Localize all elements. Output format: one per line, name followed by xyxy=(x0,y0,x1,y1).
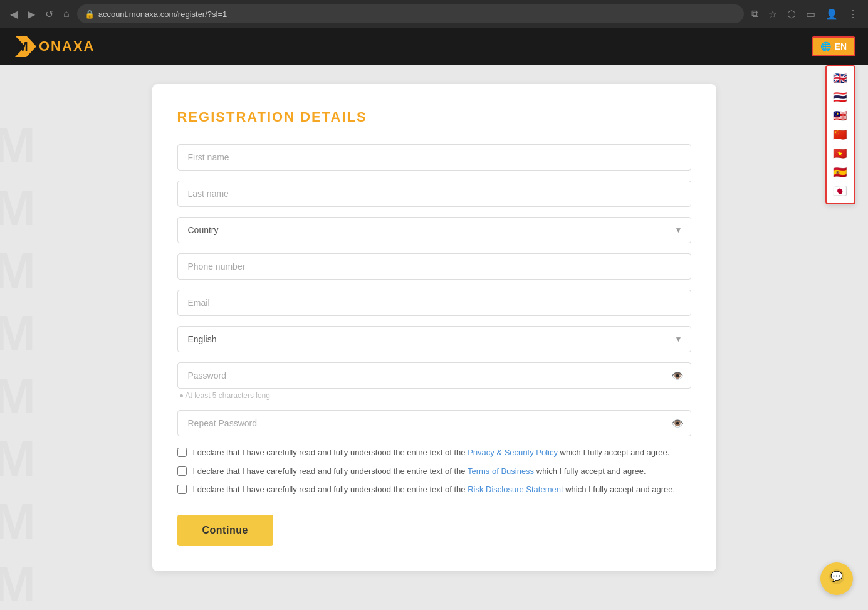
profile-icon[interactable]: 👤 xyxy=(823,6,840,23)
hint-dot xyxy=(180,394,183,397)
svg-text:M: M xyxy=(0,493,36,549)
background-decoration: M M M M M M M M xyxy=(0,65,107,610)
language-select-wrapper: English Thai Chinese ▼ xyxy=(177,326,691,352)
svg-text:M: M xyxy=(0,243,36,298)
terms-of-business-checkbox-group: I declare that I have carefully read and… xyxy=(177,465,691,478)
terms-of-business-label: I declare that I have carefully read and… xyxy=(193,465,646,478)
privacy-policy-label: I declare that I have carefully read and… xyxy=(193,446,670,459)
eye-slash-icon: 👁️ xyxy=(671,371,684,381)
country-select[interactable]: Country United States United Kingdom Tha… xyxy=(177,217,691,243)
password-wrapper: 👁️ xyxy=(177,362,691,389)
password-field: 👁️ At least 5 characters long xyxy=(177,362,691,400)
language-select[interactable]: English Thai Chinese xyxy=(177,326,691,352)
logo-text: ONAXA xyxy=(39,38,95,55)
country-field: Country United States United Kingdom Tha… xyxy=(177,217,691,243)
flag-vn: 🇻🇳 xyxy=(833,148,847,159)
extensions-icon[interactable]: ⬡ xyxy=(785,6,798,23)
risk-disclosure-label: I declare that I have carefully read and… xyxy=(193,483,676,496)
terms-of-business-link[interactable]: Terms of Business xyxy=(468,466,534,476)
browser-action-icons: ⧉ ☆ ⬡ ▭ 👤 ⋮ xyxy=(749,6,860,23)
repeat-password-input[interactable] xyxy=(177,410,691,436)
svg-text:M: M xyxy=(0,117,36,173)
svg-text:💬: 💬 xyxy=(830,571,843,582)
privacy-policy-checkbox-group: I declare that I have carefully read and… xyxy=(177,446,691,459)
phone-input[interactable] xyxy=(177,253,691,280)
language-dropdown: 🇬🇧 🇹🇭 🇲🇾 🇨🇳 🇻🇳 🇪🇸 🇯🇵 xyxy=(825,65,855,204)
last-name-field xyxy=(177,181,691,207)
menu-icon[interactable]: ⋮ xyxy=(845,6,860,23)
phone-field xyxy=(177,253,691,280)
main-content: M M M M M M M M REGISTRATION DETAILS Cou… xyxy=(0,65,868,610)
back-button[interactable]: ◀ xyxy=(8,6,20,23)
lang-label: EN xyxy=(835,41,847,51)
country-select-wrapper: Country United States United Kingdom Tha… xyxy=(177,217,691,243)
lang-option-en[interactable]: 🇬🇧 xyxy=(827,69,854,88)
eye-slash-icon-2: 👁️ xyxy=(671,418,684,429)
email-field xyxy=(177,290,691,316)
lang-option-vi[interactable]: 🇻🇳 xyxy=(827,144,854,163)
svg-text:M: M xyxy=(0,556,36,611)
privacy-policy-link[interactable]: Privacy & Security Policy xyxy=(468,448,558,457)
lang-option-es[interactable]: 🇪🇸 xyxy=(827,163,854,182)
registration-card: REGISTRATION DETAILS Country United Stat… xyxy=(152,84,716,571)
first-name-input[interactable] xyxy=(177,144,691,171)
forward-button[interactable]: ▶ xyxy=(25,6,38,23)
lang-option-ja[interactable]: 🇯🇵 xyxy=(827,182,854,201)
bookmark-icon[interactable]: ☆ xyxy=(766,6,780,23)
svg-text:M: M xyxy=(0,368,36,424)
lang-option-ms[interactable]: 🇲🇾 xyxy=(827,107,854,125)
logo[interactable]: M ONAXA xyxy=(13,36,95,57)
globe-icon: 🌐 xyxy=(820,41,831,51)
lang-option-zh[interactable]: 🇨🇳 xyxy=(827,125,854,144)
flag-jp: 🇯🇵 xyxy=(833,186,847,197)
flag-es: 🇪🇸 xyxy=(833,167,847,178)
flag-gb: 🇬🇧 xyxy=(833,73,847,84)
registration-title: REGISTRATION DETAILS xyxy=(177,109,691,125)
password-toggle-button[interactable]: 👁️ xyxy=(671,370,684,382)
last-name-input[interactable] xyxy=(177,181,691,207)
risk-disclosure-checkbox-group: I declare that I have carefully read and… xyxy=(177,483,691,496)
password-hint: At least 5 characters long xyxy=(177,391,691,400)
hint-text: At least 5 characters long xyxy=(186,391,270,400)
app-header: M ONAXA 🌐 EN 🇬🇧 🇹🇭 🇲🇾 🇨🇳 🇻🇳 🇪🇸 � xyxy=(0,28,868,65)
reload-button[interactable]: ↺ xyxy=(43,6,56,23)
first-name-field xyxy=(177,144,691,171)
risk-disclosure-checkbox[interactable] xyxy=(177,485,187,494)
repeat-password-toggle-button[interactable]: 👁️ xyxy=(671,418,684,429)
translate-icon[interactable]: ⧉ xyxy=(749,6,761,22)
svg-text:M: M xyxy=(0,431,36,486)
language-field: English Thai Chinese ▼ xyxy=(177,326,691,352)
email-input[interactable] xyxy=(177,290,691,316)
logo-icon: M xyxy=(13,36,36,57)
svg-text:M: M xyxy=(0,180,36,236)
terms-of-business-checkbox[interactable] xyxy=(177,466,187,476)
repeat-password-field: 👁️ xyxy=(177,410,691,436)
continue-button[interactable]: Continue xyxy=(177,515,273,546)
svg-text:M: M xyxy=(18,39,28,53)
flag-my: 🇲🇾 xyxy=(833,110,847,122)
url-text: account.monaxa.com/register/?sl=1 xyxy=(98,9,227,19)
privacy-policy-checkbox[interactable] xyxy=(177,448,187,457)
flag-cn: 🇨🇳 xyxy=(833,129,847,140)
address-bar[interactable]: 🔒 account.monaxa.com/register/?sl=1 xyxy=(77,4,744,23)
svg-text:M: M xyxy=(0,305,36,361)
flag-th: 🇹🇭 xyxy=(833,92,847,103)
language-button[interactable]: 🌐 EN xyxy=(812,36,855,56)
browser-chrome: ◀ ▶ ↺ ⌂ 🔒 account.monaxa.com/register/?s… xyxy=(0,0,868,28)
password-input[interactable] xyxy=(177,362,691,389)
site-security-icon: 🔒 xyxy=(85,9,95,19)
chat-icon: 💬 xyxy=(829,569,845,589)
chat-fab-button[interactable]: 💬 xyxy=(820,562,853,595)
lang-option-th[interactable]: 🇹🇭 xyxy=(827,88,854,107)
repeat-password-wrapper: 👁️ xyxy=(177,410,691,436)
home-button[interactable]: ⌂ xyxy=(61,6,72,22)
split-view-icon[interactable]: ▭ xyxy=(803,6,818,23)
risk-disclosure-link[interactable]: Risk Disclosure Statement xyxy=(468,485,563,494)
